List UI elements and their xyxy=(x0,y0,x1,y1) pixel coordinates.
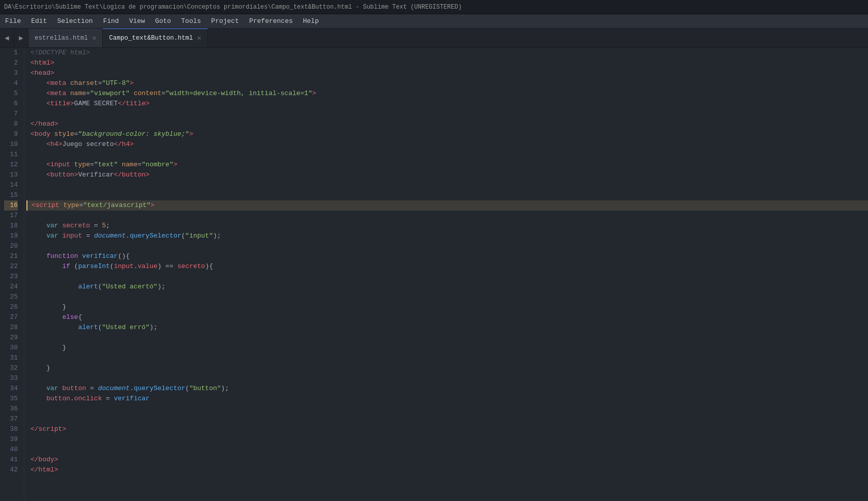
tab-prev-button[interactable]: ◀ xyxy=(0,28,14,47)
code-line-9: <body style="background-color: skyblue;"… xyxy=(26,129,868,139)
code-line-27: else{ xyxy=(26,312,868,322)
code-line-5: <meta name="viewport" content="width=dev… xyxy=(26,89,868,99)
ln-29: 29 xyxy=(4,333,18,343)
menu-edit[interactable]: Edit xyxy=(26,15,52,27)
ln-3: 3 xyxy=(4,68,18,78)
code-line-24: alert("Usted acertó"); xyxy=(26,282,868,292)
ln-15: 15 xyxy=(4,190,18,200)
code-line-35: button.onclick = verificar xyxy=(26,394,868,404)
code-line-10: <h4>Juego secreto</h4> xyxy=(26,139,868,150)
ln-27: 27 xyxy=(4,312,18,322)
ln-18: 18 xyxy=(4,221,18,231)
menu-tools[interactable]: Tools xyxy=(176,15,206,27)
ln-13: 13 xyxy=(4,170,18,180)
ln-41: 41 xyxy=(4,455,18,465)
ln-30: 30 xyxy=(4,343,18,353)
code-line-13: <button>Verificar</button> xyxy=(26,170,868,180)
code-line-19: var input = document.querySelector("inpu… xyxy=(26,231,868,241)
code-line-1: <!DOCTYPE html> xyxy=(26,48,868,58)
ln-8: 8 xyxy=(4,119,18,129)
tab-campo-text[interactable]: Campo_text&Button.html ✕ xyxy=(103,28,207,47)
code-line-40 xyxy=(26,445,868,455)
code-line-12: <input type="text" name="nombre"> xyxy=(26,160,868,170)
menu-project[interactable]: Project xyxy=(206,15,244,27)
ln-14: 14 xyxy=(4,180,18,190)
code-line-30: } xyxy=(26,343,868,353)
code-line-8: </head> xyxy=(26,119,868,129)
code-line-7 xyxy=(26,109,868,119)
code-line-28: alert("Usted erró"); xyxy=(26,322,868,333)
ln-37: 37 xyxy=(4,414,18,424)
code-line-42: </html> xyxy=(26,465,868,475)
code-line-29 xyxy=(26,333,868,343)
menu-bar: File Edit Selection Find View Goto Tools… xyxy=(0,14,868,28)
ln-35: 35 xyxy=(4,394,18,404)
code-line-41: </body> xyxy=(26,455,868,465)
tab-bar: ◀ ▶ estrellas.html ✕ Campo_text&Button.h… xyxy=(0,28,868,48)
code-line-33 xyxy=(26,373,868,384)
code-line-21: function verificar(){ xyxy=(26,251,868,261)
code-line-32: } xyxy=(26,363,868,373)
tab-next-button[interactable]: ▶ xyxy=(14,28,28,47)
code-line-26: } xyxy=(26,302,868,312)
ln-5: 5 xyxy=(4,89,18,99)
code-line-20 xyxy=(26,241,868,251)
code-line-15 xyxy=(26,190,868,200)
menu-selection[interactable]: Selection xyxy=(52,15,98,27)
menu-goto[interactable]: Goto xyxy=(150,15,176,27)
code-line-11 xyxy=(26,150,868,160)
tab-campo-text-close[interactable]: ✕ xyxy=(197,35,201,42)
ln-24: 24 xyxy=(4,282,18,292)
code-line-34: var button = document.querySelector("but… xyxy=(26,384,868,394)
ln-9: 9 xyxy=(4,129,18,139)
ln-38: 38 xyxy=(4,424,18,434)
ln-40: 40 xyxy=(4,445,18,455)
ln-25: 25 xyxy=(4,292,18,302)
code-line-2: <html> xyxy=(26,58,868,68)
ln-21: 21 xyxy=(4,251,18,261)
ln-12: 12 xyxy=(4,160,18,170)
ln-4: 4 xyxy=(4,78,18,89)
menu-help[interactable]: Help xyxy=(298,15,324,27)
ln-17: 17 xyxy=(4,211,18,221)
ln-2: 2 xyxy=(4,58,18,68)
ln-31: 31 xyxy=(4,353,18,363)
ln-10: 10 xyxy=(4,139,18,150)
ln-1: 1 xyxy=(4,48,18,58)
menu-find[interactable]: Find xyxy=(98,15,124,27)
ln-11: 11 xyxy=(4,150,18,160)
code-line-18: var secreto = 5; xyxy=(26,221,868,231)
code-line-4: <meta charset="UTF-8"> xyxy=(26,78,868,89)
tab-estrellas[interactable]: estrellas.html ✕ xyxy=(28,28,103,47)
ln-19: 19 xyxy=(4,231,18,241)
tab-estrellas-close[interactable]: ✕ xyxy=(92,35,96,42)
code-line-6: <title>GAME SECRET</title> xyxy=(26,99,868,109)
code-line-37 xyxy=(26,414,868,424)
ln-23: 23 xyxy=(4,272,18,282)
tab-estrellas-label: estrellas.html xyxy=(35,35,88,42)
code-line-31 xyxy=(26,353,868,363)
ln-26: 26 xyxy=(4,302,18,312)
code-line-22: if (parseInt(input.value) == secreto){ xyxy=(26,261,868,272)
code-content[interactable]: <!DOCTYPE html> <html> <head> <meta char… xyxy=(24,48,868,501)
title-text: DA\Escritorio\Sublime Text\Logica de pro… xyxy=(4,4,462,11)
ln-6: 6 xyxy=(4,99,18,109)
menu-view[interactable]: View xyxy=(124,15,150,27)
menu-file[interactable]: File xyxy=(0,15,26,27)
ln-16: 16 xyxy=(4,200,18,211)
ln-39: 39 xyxy=(4,434,18,445)
menu-preferences[interactable]: Preferences xyxy=(244,15,298,27)
ln-33: 33 xyxy=(4,373,18,384)
ln-20: 20 xyxy=(4,241,18,251)
ln-34: 34 xyxy=(4,384,18,394)
code-line-17 xyxy=(26,211,868,221)
title-bar: DA\Escritorio\Sublime Text\Logica de pro… xyxy=(0,0,868,14)
code-line-3: <head> xyxy=(26,68,868,78)
ln-28: 28 xyxy=(4,322,18,333)
code-line-36 xyxy=(26,404,868,414)
ln-36: 36 xyxy=(4,404,18,414)
code-line-25 xyxy=(26,292,868,302)
ln-42: 42 xyxy=(4,465,18,475)
tab-campo-text-label: Campo_text&Button.html xyxy=(109,35,193,42)
ln-32: 32 xyxy=(4,363,18,373)
